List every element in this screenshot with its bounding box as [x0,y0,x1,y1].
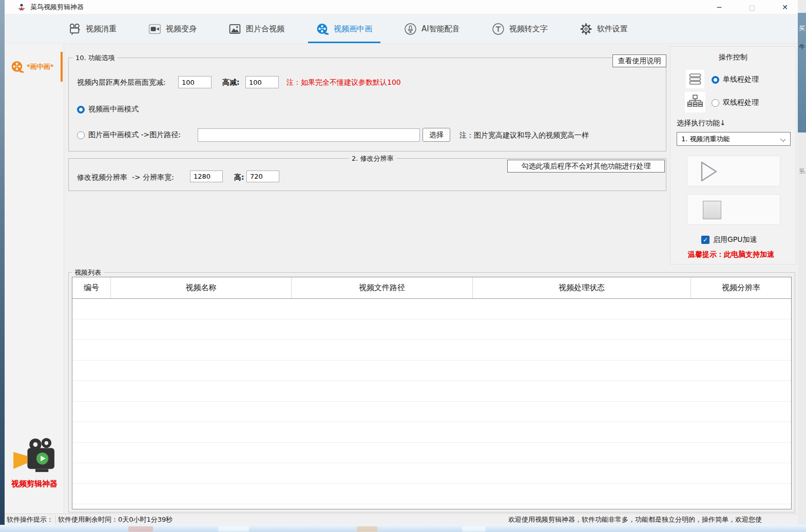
app-logo-icon [17,3,26,11]
tab-label: 视频转文字 [509,24,548,34]
taskbar-hint [128,526,153,531]
stop-button[interactable] [687,194,780,225]
tab-label: 视频消重 [86,24,117,34]
movie-camera-icon [68,23,81,35]
tab-bar: 视频消重 视频变身 图片合视频 [5,14,798,44]
tab-label: AI智能配音 [421,24,460,34]
table-row [72,443,791,463]
gpu-checkbox[interactable]: ✓ 启用GPU加速 [701,235,757,244]
tab-label: 视频画中画 [334,24,372,34]
radio-on-icon [77,106,85,113]
active-indicator [61,52,63,82]
clipped-text-fragment: 氢 [799,167,805,176]
column-header: 视频处理状态 [473,277,691,298]
control-panel-title: 操作控制 [670,53,796,62]
status-divider [55,516,56,524]
window-title: 菜鸟视频剪辑神器 [30,3,84,12]
play-icon [700,160,718,183]
tab-ai-voiceover[interactable]: AI智能配音 [401,14,463,43]
minimize-button[interactable]: ─ [714,3,725,11]
radio-off-icon [712,99,719,107]
desktop-edge-bottom [0,525,806,532]
taskbar-hint [357,526,377,531]
titlebar: 菜鸟视频剪辑神器 ─ □ ✕ [5,0,798,14]
single-thread-icon [686,70,704,88]
radio-off-icon [77,131,85,139]
gpu-label: 启用GPU加速 [713,235,757,244]
inner-height-input[interactable] [245,76,279,88]
image-path-input[interactable] [198,128,420,142]
text-circle-icon [492,23,505,35]
clipped-text-fragment: 买 [799,24,805,33]
stop-icon [703,201,721,219]
maximize-button[interactable]: □ [746,4,758,11]
choose-button[interactable]: 选择 [423,128,450,142]
radio-dual-thread[interactable]: 双线程处理 [712,98,759,107]
inner-width-label: 视频内层距离外层画面宽减: [77,78,166,87]
app-logo: 视频剪辑神器 [5,437,64,489]
table-row [72,319,791,340]
table-row [72,340,791,360]
default-note: 注：如果完全不懂建议参数默认100 [286,78,401,87]
clipped-text-fragment: 牛 [799,43,805,51]
tab-video-dedupe[interactable]: 视频消重 [65,14,120,43]
exclusive-mode-button[interactable]: 勾选此项后程序不会对其他功能进行处理 [507,160,665,173]
resolution-width-input[interactable] [190,170,223,182]
inner-width-input[interactable] [178,76,212,88]
group-legend: 2. 修改分辨率 [349,154,396,163]
close-button[interactable]: ✕ [779,3,791,11]
start-button[interactable] [687,156,780,186]
desktop-edge-left [0,0,5,532]
radio-label: 单线程处理 [723,75,759,84]
video-list-table[interactable]: 编号 视频名称 视频文件路径 视频处理状态 视频分辨率 [72,277,792,509]
tab-video-pip[interactable]: 视频画中画 [313,14,375,43]
gpu-support-note: 温馨提示：此电脑支持加速 [670,250,792,259]
status-time-remaining: 软件使用剩余时间：0天0小时1分39秒 [58,515,172,524]
film-reel-icon [11,60,24,73]
tab-video-to-text[interactable]: 视频转文字 [489,14,551,43]
control-panel: 操作控制 单线程处理 双线程处理 选择执行功能↓ [670,46,796,264]
logo-caption: 视频剪辑神器 [5,479,64,489]
radio-image-pip-mode[interactable]: 图片画中画模式 ->图片路径: [77,130,181,140]
status-bar: 软件操作提示： 软件使用剩余时间：0天0小时1分39秒 欢迎使用视频剪辑神器，软… [5,514,798,525]
film-reel-icon [316,23,329,35]
microphone-icon [404,23,417,35]
tab-label: 图片合视频 [246,24,284,34]
taskbar-hint [462,526,486,531]
table-row [72,299,791,319]
tab-picture-to-video[interactable]: 图片合视频 [225,14,287,43]
function-select[interactable]: 1. 视频消重功能 [677,132,791,146]
sidebar-item-pip[interactable]: *画中画* [5,52,64,82]
dual-thread-icon [685,92,705,112]
tab-settings[interactable]: 软件设置 [577,14,631,43]
resolution-height-input[interactable] [246,170,279,182]
image-size-note: 注：图片宽高建议和导入的视频宽高一样 [459,131,589,140]
table-row [72,360,791,381]
selected-option: 1. 视频消重功能 [681,135,730,144]
checkbox-checked-icon: ✓ [701,236,709,244]
tab-label: 软件设置 [597,24,628,34]
status-welcome-message: 欢迎使用视频剪辑神器，软件功能非常多，功能都是独立分明的，操作简单，欢迎您使 [508,515,796,524]
group-legend: 10. 功能选项 [73,53,118,62]
radio-single-thread[interactable]: 单线程处理 [712,75,759,84]
table-row [72,463,791,484]
radio-label: 双线程处理 [723,98,759,107]
tab-video-transform[interactable]: 视频变身 [145,14,200,43]
inner-height-label: 高减: [222,78,240,87]
column-header: 视频名称 [111,277,292,298]
status-left-label: 软件操作提示： [5,515,53,524]
help-button[interactable]: 查看使用说明 [612,54,666,67]
table-row [72,381,791,402]
chevron-down-icon [780,137,785,142]
app-window: 菜鸟视频剪辑神器 ─ □ ✕ 视频消重 视频变身 [5,0,798,525]
gear-icon [580,23,592,35]
resolution-label: 修改视频分辨率 -> 分辨率宽: [77,173,174,182]
column-header: 视频分辨率 [691,277,791,298]
camera-logo-icon [12,437,56,475]
table-row [72,402,791,422]
tab-label: 视频变身 [166,24,197,34]
video-camera-icon [148,23,161,35]
radio-video-pip-mode[interactable]: 视频画中画模式 [77,105,139,114]
sidebar-item-label: *画中画* [27,62,54,71]
group-legend: 视频列表 [72,268,104,277]
